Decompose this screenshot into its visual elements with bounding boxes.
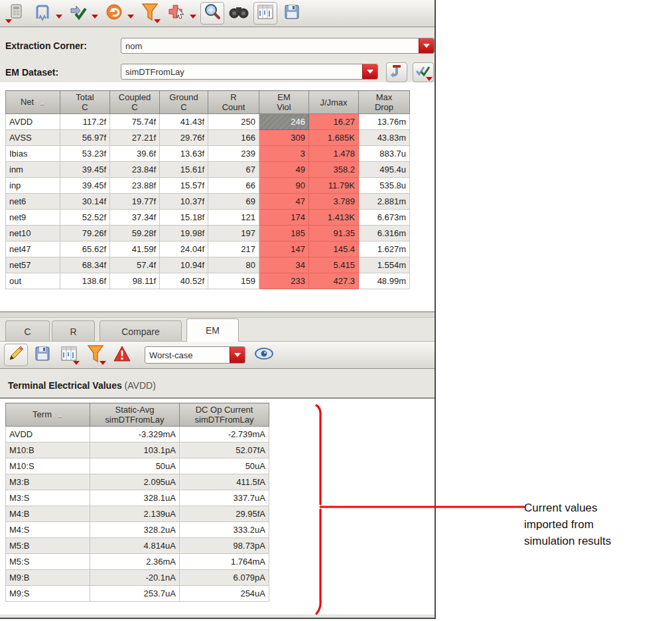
table-cell[interactable]: AVDD (6, 427, 90, 443)
table-cell[interactable]: 328.2uA (90, 522, 180, 538)
table-cell[interactable]: 57.4f (110, 257, 160, 273)
table-cell[interactable]: 3.789 (309, 194, 359, 210)
violations-button[interactable] (110, 344, 134, 366)
table-cell[interactable]: 50uA (90, 458, 180, 474)
table-cell[interactable]: M10:B (6, 443, 90, 458)
table-cell[interactable]: 56.97f (60, 130, 110, 146)
table-cell[interactable]: 53.23f (60, 146, 110, 162)
table-cell[interactable]: Ibias (6, 146, 60, 162)
table-cell[interactable]: net47 (6, 242, 60, 257)
violation-dropdown-triangle[interactable] (190, 15, 196, 19)
table-cell[interactable]: 246 (259, 114, 309, 130)
table-cell[interactable]: 1.478 (309, 146, 359, 162)
table-cell[interactable]: 166 (208, 130, 259, 146)
table-cell[interactable]: 75.74f (110, 114, 160, 130)
table-row[interactable]: M5:B4.814uA98.73pA (6, 538, 269, 554)
table-cell[interactable]: 2.881m (359, 194, 410, 210)
table-cell[interactable]: 358.2 (309, 162, 359, 178)
table-cell[interactable]: 16.27 (309, 114, 359, 130)
table-cell[interactable]: 41.59f (110, 242, 160, 257)
table-cell[interactable]: net9 (6, 210, 60, 226)
table-cell[interactable]: 333.2uA (180, 522, 269, 538)
panel-splitter[interactable] (0, 311, 435, 318)
table-cell[interactable]: 6.673m (359, 210, 410, 226)
table-cell[interactable]: 68.34f (60, 257, 110, 273)
table-cell[interactable]: 29.76f (160, 130, 208, 146)
table-config-button[interactable] (57, 344, 81, 366)
table-cell[interactable]: 117.2f (60, 114, 110, 130)
table-cell[interactable]: 253.7uA (90, 586, 180, 602)
table-cell[interactable]: 10.37f (160, 194, 208, 210)
table-row[interactable]: M10:B103.1pA52.07fA (6, 443, 269, 458)
table-row[interactable]: AVDD-3.329mA-2.739mA (6, 427, 269, 443)
table-cell[interactable]: 174 (259, 210, 309, 226)
save-results-button[interactable] (31, 344, 54, 366)
table-cell[interactable]: 233 (259, 273, 309, 289)
em-mode-combo[interactable]: Worst-case (145, 346, 245, 364)
table-cell[interactable]: 495.4u (359, 162, 410, 178)
table-cell[interactable]: 47 (259, 194, 309, 210)
table-cell[interactable]: 337.7uA (180, 490, 269, 506)
table-cell[interactable]: 43.83m (359, 130, 410, 146)
table-cell[interactable]: 23.84f (110, 162, 160, 178)
column-header[interactable]: Total C (60, 91, 110, 114)
table-row[interactable]: M4:B2.139uA29.95fA (6, 506, 269, 522)
table-cell[interactable]: 328.1uA (90, 490, 180, 506)
em-mode-dropdown-button[interactable] (230, 347, 245, 363)
table-cell[interactable]: 98.11f (110, 273, 160, 289)
table-cell[interactable]: 48.99m (359, 273, 410, 289)
table-cell[interactable]: 69 (208, 194, 259, 210)
table-cell[interactable]: 37.34f (110, 210, 160, 226)
table-cell[interactable]: 1.413K (309, 210, 359, 226)
table-row[interactable]: M9:B-20.1nA6.079pA (6, 570, 269, 586)
table-row[interactable]: out138.6f98.11f40.52f159233427.348.99m (6, 273, 410, 289)
table-cell[interactable]: M4:B (6, 506, 90, 522)
table-cell[interactable]: 535.8u (359, 178, 410, 194)
table-cell[interactable]: 90 (259, 178, 309, 194)
table-row[interactable]: AVSS56.97f27.21f29.76f1663091.685K43.83m (6, 130, 410, 146)
table-cell[interactable]: M10:S (6, 458, 90, 474)
column-header[interactable]: Static-Avg simDTFromLay (90, 403, 180, 427)
table-cell[interactable]: 39.6f (110, 146, 160, 162)
table-cell[interactable]: 34 (259, 257, 309, 273)
table-cell[interactable]: M9:B (6, 570, 90, 586)
column-header[interactable]: DC Op Current simDTFromLay (180, 403, 269, 427)
table-cell[interactable]: 250 (208, 114, 259, 130)
table-cell[interactable]: 1.554m (359, 257, 410, 273)
table-cell[interactable]: 1.764mA (180, 554, 269, 570)
table-cell[interactable]: 2.139uA (90, 506, 180, 522)
column-header[interactable]: J/Jmax (309, 91, 359, 114)
table-cell[interactable]: 80 (208, 257, 259, 273)
extraction-corner-combo[interactable]: nom (121, 38, 435, 54)
table-cell[interactable]: 2.36mA (90, 554, 180, 570)
table-row[interactable]: M3:S328.1uA337.7uA (6, 490, 269, 506)
em-filter-button[interactable] (84, 344, 107, 366)
table-row[interactable]: M10:S50uA50uA (6, 458, 269, 474)
table-cell[interactable]: 67 (208, 162, 259, 178)
column-header[interactable]: EM Viol (259, 91, 309, 114)
table-cell[interactable]: net57 (6, 257, 60, 273)
tab-compare[interactable]: Compare (100, 320, 182, 342)
show-probe-button[interactable] (252, 344, 276, 366)
table-cell[interactable]: M9:S (6, 586, 90, 602)
table-cell[interactable]: 254uA (180, 586, 269, 602)
table-row[interactable]: Ibias53.23f39.6f13.63f23931.478883.7u (6, 146, 410, 162)
table-cell[interactable]: 411.5fA (180, 474, 269, 490)
table-cell[interactable]: -3.329mA (90, 427, 180, 443)
table-cell[interactable]: 239 (208, 146, 259, 162)
table-cell[interactable]: 15.18f (160, 210, 208, 226)
table-row[interactable]: net630.14f19.77f10.37f69473.7892.881m (6, 194, 410, 210)
table-cell[interactable]: 3 (259, 146, 309, 162)
table-cell[interactable]: 30.14f (60, 194, 110, 210)
table-cell[interactable]: 52.52f (60, 210, 110, 226)
table-cell[interactable]: 39.45f (60, 178, 110, 194)
table-cell[interactable]: out (6, 273, 60, 289)
table-cell[interactable]: 6.079pA (180, 570, 269, 586)
table-cell[interactable]: 5.415 (309, 257, 359, 273)
tab-em[interactable]: EM (186, 318, 239, 342)
table-row[interactable]: net4765.62f41.59f24.04f217147145.41.627m (6, 242, 410, 257)
table-row[interactable]: AVDD117.2f75.74f41.43f25024616.2713.76m (6, 114, 410, 130)
table-cell[interactable]: 103.1pA (90, 443, 180, 458)
results-check-button[interactable] (66, 2, 90, 25)
table-cell[interactable]: -20.1nA (90, 570, 180, 586)
